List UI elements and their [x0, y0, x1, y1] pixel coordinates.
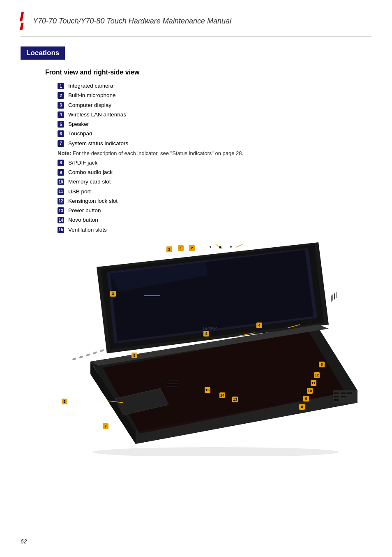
subsection-title: Front view and right-side view [45, 69, 371, 76]
svg-point-0 [92, 447, 339, 456]
logo-bar-1 [20, 12, 24, 21]
note-line: Note: For the description of each indica… [58, 150, 371, 156]
svg-line-52 [236, 244, 242, 247]
img-badge-14: 14 [219, 392, 225, 398]
item-label-4: Wireless LAN antennas [68, 111, 126, 119]
list-item: 8 S/PDIF jack [58, 159, 371, 167]
item-badge-2: 2 [58, 92, 64, 99]
item-badge-5: 5 [58, 121, 64, 128]
img-badge-4a: 4 [203, 331, 209, 337]
item-badge-8: 8 [58, 160, 64, 166]
item-label-8: S/PDIF jack [68, 159, 97, 167]
item-label-10: Memory card slot [68, 178, 111, 186]
img-badge-6: 6 [62, 399, 67, 404]
note-text: For the description of each indicator, s… [71, 150, 243, 156]
item-badge-13: 13 [58, 207, 64, 214]
item-label-12: Kensington lock slot [68, 197, 118, 205]
list-item: 13 Power button [58, 207, 371, 215]
svg-rect-58 [166, 383, 179, 384]
item-badge-12: 12 [58, 198, 64, 204]
svg-point-63 [230, 246, 232, 248]
item-label-13: Power button [68, 207, 101, 215]
list-item: 5 Speaker [58, 120, 371, 128]
logo [21, 12, 26, 30]
list-item: 6 Touchpad [58, 130, 371, 138]
svg-rect-49 [347, 392, 352, 394]
img-badge-7: 7 [103, 423, 108, 429]
svg-point-61 [220, 246, 221, 248]
item-badge-7: 7 [58, 140, 64, 147]
img-badge-12: 12 [314, 372, 320, 378]
page: Y70-70 Touch/Y70-80 Touch Hardware Maint… [0, 0, 392, 557]
list-item: 12 Kensington lock slot [58, 197, 371, 205]
page-number: 62 [21, 538, 27, 545]
svg-rect-66 [334, 293, 335, 299]
item-badge-9: 9 [58, 169, 64, 176]
item-label-2: Built-in microphone [68, 91, 116, 100]
svg-point-62 [210, 246, 211, 248]
img-badge-10: 10 [307, 388, 313, 394]
item-badge-1: 1 [58, 83, 64, 89]
list-item: 9 Combo audio jack [58, 168, 371, 176]
logo-bar-2 [20, 23, 23, 30]
svg-rect-59 [165, 386, 178, 387]
item-label-5: Speaker [68, 120, 89, 128]
svg-rect-44 [334, 392, 339, 394]
svg-rect-65 [332, 294, 333, 300]
laptop-illustration: Lenovo [21, 242, 371, 456]
img-badge-3: 3 [110, 291, 116, 297]
svg-rect-45 [334, 396, 339, 397]
list-item: 14 Novo button [58, 216, 371, 224]
item-badge-6: 6 [58, 130, 64, 137]
item-badge-4: 4 [58, 111, 64, 118]
item-label-1: Integrated camera [68, 82, 113, 90]
page-header: Y70-70 Touch/Y70-80 Touch Hardware Maint… [21, 12, 371, 37]
img-badge-5b: 5 [319, 362, 325, 367]
list-item: 11 USB port [58, 188, 371, 196]
svg-rect-47 [341, 392, 346, 394]
items-list-2: 8 S/PDIF jack 9 Combo audio jack 10 Memo… [58, 159, 371, 234]
header-title: Y70-70 Touch/Y70-80 Touch Hardware Maint… [33, 17, 231, 26]
item-badge-11: 11 [58, 188, 64, 195]
img-badge-5a: 5 [131, 353, 137, 358]
svg-rect-48 [341, 396, 346, 397]
item-label-6: Touchpad [68, 130, 92, 138]
svg-rect-64 [331, 295, 332, 302]
list-item: 2 Built-in microphone [58, 91, 371, 100]
svg-rect-57 [167, 380, 180, 381]
img-badge-9: 9 [303, 396, 309, 402]
list-item: 10 Memory card slot [58, 178, 371, 186]
list-item: 7 System status indicators [58, 139, 371, 148]
img-badge-2b: 2 [189, 245, 195, 251]
logo-bars [21, 12, 23, 30]
item-badge-15: 15 [58, 227, 64, 233]
item-label-9: Combo audio jack [68, 168, 113, 176]
img-badge-15: 15 [205, 387, 210, 393]
list-item: 1 Integrated camera [58, 82, 371, 90]
item-badge-14: 14 [58, 217, 64, 223]
svg-rect-7 [79, 355, 83, 358]
item-label-14: Novo button [68, 216, 98, 224]
svg-rect-9 [93, 351, 97, 354]
svg-rect-6 [72, 357, 76, 360]
svg-rect-67 [336, 292, 337, 298]
img-badge-4b: 4 [256, 323, 262, 328]
item-badge-10: 10 [58, 179, 64, 185]
note-label: Note: [58, 150, 71, 156]
item-label-3: Computer display [68, 101, 111, 109]
img-badge-8: 8 [299, 404, 305, 410]
item-label-15: Ventilation slots [68, 226, 107, 234]
item-badge-3: 3 [58, 102, 64, 109]
section-header: Locations [21, 46, 65, 60]
item-label-7: System status indicators [68, 139, 128, 148]
img-badge-13: 13 [232, 397, 238, 402]
img-badge-11: 11 [311, 380, 316, 386]
list-item: 4 Wireless LAN antennas [58, 111, 371, 119]
items-list: 1 Integrated camera 2 Built-in microphon… [58, 82, 371, 148]
list-item: 3 Computer display [58, 101, 371, 109]
svg-rect-46 [334, 399, 339, 401]
item-label-11: USB port [68, 188, 91, 196]
img-badge-1: 1 [178, 245, 184, 251]
img-badge-2: 2 [166, 246, 172, 252]
list-item: 15 Ventilation slots [58, 226, 371, 234]
